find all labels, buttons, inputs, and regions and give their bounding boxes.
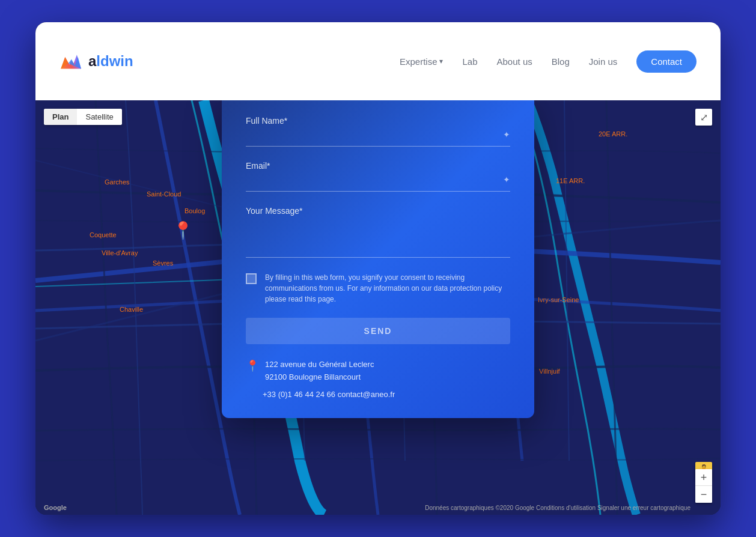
- city-label-saintcloud: Saint-Cloud: [147, 190, 181, 198]
- message-label: Your Message*: [246, 206, 510, 216]
- map-type-controls: Plan Satellite: [44, 109, 122, 125]
- consent-row: By filling in this web form, you signify…: [246, 272, 510, 305]
- map-zoom-in[interactable]: +: [695, 469, 712, 486]
- map-zoom-controls: + −: [695, 469, 712, 503]
- message-textarea[interactable]: [246, 219, 510, 258]
- full-name-field: Full Name* ✦: [246, 116, 510, 147]
- city-label-garches: Garches: [105, 178, 130, 186]
- city-label-boulou: Boulog: [184, 207, 205, 214]
- nav-lab[interactable]: Lab: [462, 56, 477, 67]
- email-field: Email* ✦: [246, 161, 510, 192]
- send-button[interactable]: SEND: [246, 318, 510, 344]
- message-field: Your Message*: [246, 206, 510, 258]
- nav-about[interactable]: About us: [497, 56, 532, 67]
- city-label-coquette: Coquette: [90, 231, 117, 238]
- consent-text: By filling in this web form, you signify…: [265, 272, 510, 305]
- map-type-plan[interactable]: Plan: [44, 109, 77, 125]
- map-attribution: Données cartographiques ©2020 Google Con…: [425, 505, 690, 511]
- nav-joinus[interactable]: Join us: [589, 56, 618, 67]
- device-frame: aldwin Expertise Lab About us Blog Join …: [35, 22, 721, 515]
- city-label-sevres: Sèvres: [153, 259, 173, 267]
- full-name-input[interactable]: [246, 129, 510, 147]
- logo-text: aldwin: [88, 53, 133, 70]
- map-type-satellite[interactable]: Satellite: [77, 109, 121, 125]
- nav-expertise[interactable]: Expertise: [400, 56, 444, 67]
- city-label-villeavray: Ville-d'Avray: [102, 249, 138, 256]
- city-label-ivry: Ivry-sur-Seine: [538, 296, 579, 303]
- phone-email-text: +33 (0)1 46 44 24 66 contact@aneo.fr: [263, 390, 510, 399]
- address-text: 122 avenue du Général Leclerc 92100 Boul…: [265, 359, 374, 384]
- city-label-20earr: 20E ARR.: [599, 130, 627, 138]
- contact-form: Full Name* ✦ Email* ✦ Your Message* By f…: [222, 100, 534, 418]
- city-label-villejuif: Villnjuif: [539, 368, 560, 375]
- email-input[interactable]: [246, 174, 510, 192]
- map-fullscreen-button[interactable]: ⤢: [695, 109, 712, 126]
- city-label-chaville: Chaville: [120, 306, 143, 313]
- address-row: 📍 122 avenue du Général Leclerc 92100 Bo…: [246, 359, 510, 384]
- contact-info: 📍 122 avenue du Général Leclerc 92100 Bo…: [246, 359, 510, 399]
- location-icon: 📍: [246, 359, 259, 372]
- city-label-11earr: 11E ARR.: [556, 177, 585, 184]
- main-content: Garches Saint-Cloud Boulog Sèvres Coquet…: [35, 100, 721, 515]
- full-name-label: Full Name*: [246, 116, 510, 126]
- map-zoom-out[interactable]: −: [695, 486, 712, 503]
- logo-area: aldwin: [59, 52, 133, 71]
- nav-blog[interactable]: Blog: [552, 56, 570, 67]
- logo-icon: [59, 52, 84, 71]
- contact-button[interactable]: Contact: [636, 50, 697, 73]
- nav-links: Expertise Lab About us Blog Join us Cont…: [400, 50, 697, 73]
- map-pin: 📍: [172, 220, 194, 240]
- consent-checkbox[interactable]: [246, 273, 257, 284]
- email-label: Email*: [246, 161, 510, 171]
- navbar: aldwin Expertise Lab About us Blog Join …: [35, 22, 721, 100]
- google-logo: Google: [44, 504, 67, 511]
